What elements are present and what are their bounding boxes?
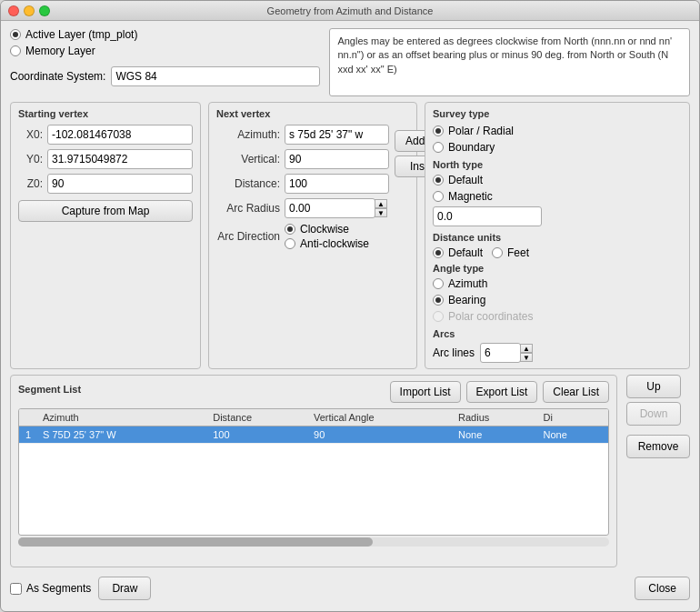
export-list-button[interactable]: Export List xyxy=(466,381,538,403)
table-row[interactable]: 1 S 75D 25' 37" W 100 90 None None xyxy=(19,426,608,444)
magnetic-radio[interactable] xyxy=(433,191,444,202)
coord-system-input[interactable] xyxy=(111,66,320,86)
import-list-button[interactable]: Import List xyxy=(390,381,461,403)
arc-direction-options: Clockwise Anti-clockwise xyxy=(285,223,369,250)
as-segments-row: As Segments xyxy=(10,582,91,595)
distance-label: Distance: xyxy=(216,177,280,190)
segment-buttons: Import List Export List Clear List xyxy=(390,381,609,403)
as-segments-checkbox[interactable] xyxy=(10,583,22,595)
segment-table-header: Azimuth Distance Vertical Angle Radius D… xyxy=(19,409,608,426)
boundary-label: Boundary xyxy=(448,141,495,154)
up-button[interactable]: Up xyxy=(626,375,681,398)
memory-layer-radio[interactable] xyxy=(10,45,21,56)
bearing-label: Bearing xyxy=(448,294,485,306)
arc-radius-input[interactable] xyxy=(285,198,375,218)
z0-label: Z0: xyxy=(18,177,43,190)
arc-radius-label: Arc Radius xyxy=(216,202,280,215)
polar-coord-label: Polar coordinates xyxy=(448,310,533,323)
anticlockwise-radio[interactable] xyxy=(285,238,295,249)
active-layer-label: Active Layer (tmp_plot) xyxy=(25,28,137,41)
main-window: Geometry from Azimuth and Distance Activ… xyxy=(0,0,700,612)
x0-label: X0: xyxy=(18,128,43,141)
bearing-radio[interactable] xyxy=(433,295,444,306)
azimuth-angle-radio[interactable] xyxy=(433,278,444,289)
row-di: None xyxy=(538,426,608,444)
feet-row: Feet xyxy=(492,246,529,259)
angle-type-label: Angle type xyxy=(433,263,682,274)
polar-coord-radio[interactable] xyxy=(433,311,444,322)
scrollbar-thumb[interactable] xyxy=(18,537,373,547)
y0-input[interactable] xyxy=(47,149,193,169)
arc-radius-up-arrow[interactable]: ▲ xyxy=(375,199,387,208)
left-bottom: As Segments Draw xyxy=(10,577,151,600)
next-vertex-fields: Next vertex Azimuth: Vertical: Distance: xyxy=(216,108,389,253)
col-vertical: Vertical Angle xyxy=(308,409,453,426)
horizontal-scrollbar[interactable] xyxy=(18,537,609,547)
layer-selection: Active Layer (tmp_plot) Memory Layer Coo… xyxy=(10,28,320,96)
arc-lines-arrows: ▲ ▼ xyxy=(520,344,533,362)
active-layer-row: Active Layer (tmp_plot) xyxy=(10,28,320,41)
close-button[interactable]: Close xyxy=(635,577,690,600)
arc-lines-input[interactable] xyxy=(480,343,521,363)
vertical-label: Vertical: xyxy=(216,153,280,166)
starting-vertex-label: Starting vertex xyxy=(18,108,193,119)
survey-type-label: Survey type xyxy=(433,108,682,119)
arc-lines-spin: ▲ ▼ xyxy=(480,343,533,363)
x0-row: X0: xyxy=(18,125,193,145)
dist-units-row: Default Feet xyxy=(433,246,682,259)
feet-radio[interactable] xyxy=(492,247,503,258)
top-row: Active Layer (tmp_plot) Memory Layer Coo… xyxy=(10,28,690,96)
draw-button[interactable]: Draw xyxy=(98,577,151,600)
arc-lines-up-arrow[interactable]: ▲ xyxy=(520,344,533,353)
boundary-radio[interactable] xyxy=(433,142,444,153)
z0-input[interactable] xyxy=(47,174,193,194)
magnetic-label: Magnetic xyxy=(448,190,493,203)
x0-input[interactable] xyxy=(47,125,193,145)
default-north-label: Default xyxy=(448,174,483,186)
north-value-input[interactable] xyxy=(433,206,542,226)
azimuth-angle-row: Azimuth xyxy=(433,277,682,290)
azimuth-input[interactable] xyxy=(285,125,389,145)
main-panels: Starting vertex X0: Y0: Z0: Capture from… xyxy=(10,102,690,369)
azimuth-row: Azimuth: xyxy=(216,125,389,145)
title-bar: Geometry from Azimuth and Distance xyxy=(1,1,699,21)
segment-area: Segment List Import List Export List Cle… xyxy=(10,375,690,567)
vertical-row: Vertical: xyxy=(216,149,389,169)
close-traffic-light[interactable] xyxy=(8,5,19,16)
boundary-row: Boundary xyxy=(433,141,682,154)
segment-table: Azimuth Distance Vertical Angle Radius D… xyxy=(19,409,608,444)
default-dist-label: Default xyxy=(448,246,483,259)
z0-row: Z0: xyxy=(18,174,193,194)
distance-input[interactable] xyxy=(285,174,389,194)
row-distance: 100 xyxy=(207,426,308,444)
magnetic-row: Magnetic xyxy=(433,190,682,203)
default-north-radio[interactable] xyxy=(433,175,444,186)
y0-label: Y0: xyxy=(18,153,43,166)
default-dist-radio[interactable] xyxy=(433,247,444,258)
north-section: North type Default Magnetic xyxy=(433,159,682,226)
next-vertex-label: Next vertex xyxy=(216,108,389,119)
clear-list-button[interactable]: Clear List xyxy=(543,381,609,403)
vertical-input[interactable] xyxy=(285,149,389,169)
maximize-traffic-light[interactable] xyxy=(39,5,50,16)
info-box: Angles may be entered as degrees clockwi… xyxy=(329,28,690,96)
polar-radial-radio[interactable] xyxy=(433,125,444,136)
capture-from-map-button[interactable]: Capture from Map xyxy=(18,200,193,222)
remove-button[interactable]: Remove xyxy=(626,435,690,458)
down-button[interactable]: Down xyxy=(626,402,681,426)
col-azimuth: Azimuth xyxy=(37,409,207,426)
minimize-traffic-light[interactable] xyxy=(24,5,35,16)
arc-lines-down-arrow[interactable]: ▼ xyxy=(520,353,533,362)
clockwise-radio[interactable] xyxy=(285,224,295,235)
memory-layer-label: Memory Layer xyxy=(25,45,95,57)
y0-row: Y0: xyxy=(18,149,193,169)
active-layer-radio[interactable] xyxy=(10,29,21,40)
arc-radius-down-arrow[interactable]: ▼ xyxy=(375,208,387,217)
clockwise-row: Clockwise xyxy=(285,223,369,236)
coord-system-row: Coordinate System: xyxy=(10,66,320,86)
clockwise-label: Clockwise xyxy=(300,223,349,236)
distance-row: Distance: xyxy=(216,174,389,194)
segment-list-label: Segment List xyxy=(18,384,81,395)
angle-type-section: Angle type Azimuth Bearing Polar coordin… xyxy=(433,263,682,323)
azimuth-label: Azimuth: xyxy=(216,128,280,141)
